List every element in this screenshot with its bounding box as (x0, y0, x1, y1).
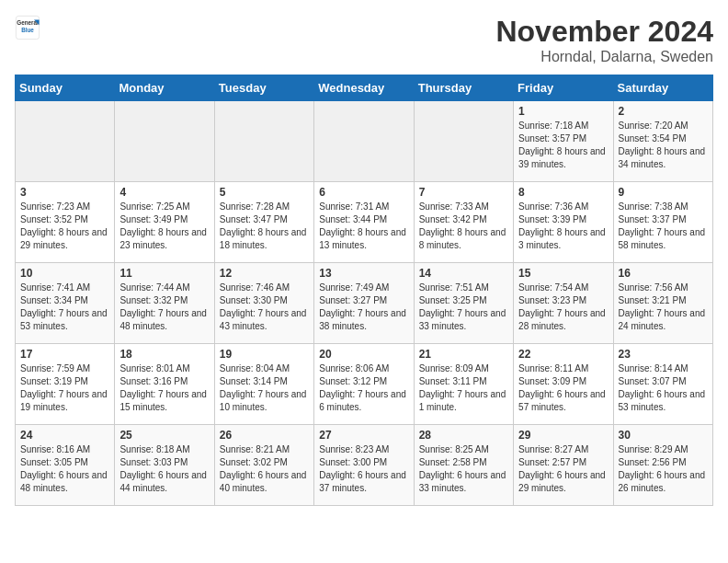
week-row-4: 17Sunrise: 7:59 AM Sunset: 3:19 PM Dayli… (16, 344, 713, 425)
calendar-cell: 2Sunrise: 7:20 AM Sunset: 3:54 PM Daylig… (613, 101, 712, 182)
logo: General Blue (15, 15, 40, 40)
day-number: 15 (518, 267, 608, 280)
day-number: 3 (20, 186, 109, 199)
calendar-cell: 21Sunrise: 8:09 AM Sunset: 3:11 PM Dayli… (414, 344, 513, 425)
week-row-1: 1Sunrise: 7:18 AM Sunset: 3:57 PM Daylig… (16, 101, 713, 182)
day-info: Sunrise: 7:18 AM Sunset: 3:57 PM Dayligh… (518, 120, 608, 171)
svg-text:Blue: Blue (21, 27, 34, 33)
day-info: Sunrise: 7:28 AM Sunset: 3:47 PM Dayligh… (220, 201, 309, 252)
day-info: Sunrise: 8:04 AM Sunset: 3:14 PM Dayligh… (220, 362, 309, 414)
calendar-cell: 11Sunrise: 7:44 AM Sunset: 3:32 PM Dayli… (115, 263, 214, 344)
day-info: Sunrise: 8:14 AM Sunset: 3:07 PM Dayligh… (619, 362, 708, 414)
day-number: 11 (119, 267, 209, 280)
calendar-cell: 17Sunrise: 7:59 AM Sunset: 3:19 PM Dayli… (16, 344, 115, 425)
calendar-cell: 27Sunrise: 8:23 AM Sunset: 3:00 PM Dayli… (314, 425, 414, 506)
day-info: Sunrise: 7:46 AM Sunset: 3:30 PM Dayligh… (220, 282, 309, 333)
calendar-cell: 8Sunrise: 7:36 AM Sunset: 3:39 PM Daylig… (514, 182, 613, 263)
day-number: 1 (518, 105, 608, 118)
day-number: 24 (20, 429, 109, 442)
calendar-cell: 7Sunrise: 7:33 AM Sunset: 3:42 PM Daylig… (414, 182, 513, 263)
day-info: Sunrise: 7:41 AM Sunset: 3:34 PM Dayligh… (20, 282, 109, 333)
calendar-cell: 25Sunrise: 8:18 AM Sunset: 3:03 PM Dayli… (115, 425, 214, 506)
day-number: 12 (220, 267, 309, 280)
day-number: 7 (419, 186, 508, 199)
day-number: 25 (119, 429, 209, 442)
calendar-cell: 24Sunrise: 8:16 AM Sunset: 3:05 PM Dayli… (16, 425, 115, 506)
weekday-header-thursday: Thursday (414, 75, 513, 101)
title-area: November 2024 Horndal, Dalarna, Sweden (495, 15, 713, 65)
calendar-cell: 20Sunrise: 8:06 AM Sunset: 3:12 PM Dayli… (314, 344, 414, 425)
day-info: Sunrise: 7:31 AM Sunset: 3:44 PM Dayligh… (319, 201, 408, 252)
day-number: 27 (319, 429, 408, 442)
day-number: 22 (518, 348, 608, 361)
calendar-cell: 18Sunrise: 8:01 AM Sunset: 3:16 PM Dayli… (115, 344, 214, 425)
weekday-header-wednesday: Wednesday (314, 75, 414, 101)
day-info: Sunrise: 8:18 AM Sunset: 3:03 PM Dayligh… (119, 443, 209, 495)
calendar-cell (414, 101, 513, 182)
day-number: 6 (319, 186, 408, 199)
calendar-cell: 30Sunrise: 8:29 AM Sunset: 2:56 PM Dayli… (613, 425, 712, 506)
day-info: Sunrise: 7:25 AM Sunset: 3:49 PM Dayligh… (119, 201, 209, 252)
weekday-header-tuesday: Tuesday (214, 75, 313, 101)
location-title: Horndal, Dalarna, Sweden (495, 49, 713, 65)
calendar-cell: 22Sunrise: 8:11 AM Sunset: 3:09 PM Dayli… (514, 344, 613, 425)
day-info: Sunrise: 8:06 AM Sunset: 3:12 PM Dayligh… (319, 362, 408, 414)
day-info: Sunrise: 8:27 AM Sunset: 2:57 PM Dayligh… (518, 443, 608, 495)
day-info: Sunrise: 8:11 AM Sunset: 3:09 PM Dayligh… (518, 362, 608, 414)
day-info: Sunrise: 8:16 AM Sunset: 3:05 PM Dayligh… (20, 443, 109, 495)
day-info: Sunrise: 8:09 AM Sunset: 3:11 PM Dayligh… (419, 362, 508, 414)
calendar-cell: 6Sunrise: 7:31 AM Sunset: 3:44 PM Daylig… (314, 182, 414, 263)
day-info: Sunrise: 7:23 AM Sunset: 3:52 PM Dayligh… (20, 201, 109, 252)
day-number: 13 (319, 267, 408, 280)
calendar-cell: 3Sunrise: 7:23 AM Sunset: 3:52 PM Daylig… (16, 182, 115, 263)
week-row-5: 24Sunrise: 8:16 AM Sunset: 3:05 PM Dayli… (16, 425, 713, 506)
weekday-header-friday: Friday (514, 75, 613, 101)
day-number: 17 (20, 348, 109, 361)
day-info: Sunrise: 8:25 AM Sunset: 2:58 PM Dayligh… (419, 443, 508, 495)
day-info: Sunrise: 8:21 AM Sunset: 3:02 PM Dayligh… (220, 443, 309, 495)
calendar-cell: 1Sunrise: 7:18 AM Sunset: 3:57 PM Daylig… (514, 101, 613, 182)
logo-icon: General Blue (15, 15, 40, 40)
calendar-cell: 12Sunrise: 7:46 AM Sunset: 3:30 PM Dayli… (214, 263, 313, 344)
day-number: 21 (419, 348, 508, 361)
day-info: Sunrise: 7:20 AM Sunset: 3:54 PM Dayligh… (619, 120, 708, 171)
day-number: 20 (319, 348, 408, 361)
calendar-table: SundayMondayTuesdayWednesdayThursdayFrid… (15, 75, 713, 506)
day-number: 30 (619, 429, 708, 442)
day-number: 28 (419, 429, 508, 442)
day-number: 26 (220, 429, 309, 442)
day-number: 16 (619, 267, 708, 280)
calendar-cell: 26Sunrise: 8:21 AM Sunset: 3:02 PM Dayli… (214, 425, 313, 506)
day-info: Sunrise: 7:51 AM Sunset: 3:25 PM Dayligh… (419, 282, 508, 333)
weekday-header-sunday: Sunday (16, 75, 115, 101)
calendar-cell (115, 101, 214, 182)
calendar-cell: 10Sunrise: 7:41 AM Sunset: 3:34 PM Dayli… (16, 263, 115, 344)
calendar-cell (314, 101, 414, 182)
day-info: Sunrise: 8:23 AM Sunset: 3:00 PM Dayligh… (319, 443, 408, 495)
weekday-header-saturday: Saturday (613, 75, 712, 101)
calendar-cell: 9Sunrise: 7:38 AM Sunset: 3:37 PM Daylig… (613, 182, 712, 263)
day-number: 2 (619, 105, 708, 118)
day-number: 5 (220, 186, 309, 199)
day-number: 14 (419, 267, 508, 280)
calendar-cell: 16Sunrise: 7:56 AM Sunset: 3:21 PM Dayli… (613, 263, 712, 344)
day-number: 9 (619, 186, 708, 199)
day-info: Sunrise: 7:33 AM Sunset: 3:42 PM Dayligh… (419, 201, 508, 252)
day-number: 18 (119, 348, 209, 361)
day-number: 23 (619, 348, 708, 361)
week-row-2: 3Sunrise: 7:23 AM Sunset: 3:52 PM Daylig… (16, 182, 713, 263)
day-number: 19 (220, 348, 309, 361)
day-info: Sunrise: 7:49 AM Sunset: 3:27 PM Dayligh… (319, 282, 408, 333)
calendar-cell (214, 101, 313, 182)
day-number: 8 (518, 186, 608, 199)
page-header: General Blue November 2024 Horndal, Dala… (15, 15, 713, 65)
calendar-cell: 5Sunrise: 7:28 AM Sunset: 3:47 PM Daylig… (214, 182, 313, 263)
calendar-cell: 15Sunrise: 7:54 AM Sunset: 3:23 PM Dayli… (514, 263, 613, 344)
day-info: Sunrise: 7:54 AM Sunset: 3:23 PM Dayligh… (518, 282, 608, 333)
calendar-cell: 28Sunrise: 8:25 AM Sunset: 2:58 PM Dayli… (414, 425, 513, 506)
day-info: Sunrise: 7:38 AM Sunset: 3:37 PM Dayligh… (619, 201, 708, 252)
month-title: November 2024 (495, 15, 713, 49)
weekday-header-row: SundayMondayTuesdayWednesdayThursdayFrid… (16, 75, 713, 101)
day-info: Sunrise: 8:29 AM Sunset: 2:56 PM Dayligh… (619, 443, 708, 495)
week-row-3: 10Sunrise: 7:41 AM Sunset: 3:34 PM Dayli… (16, 263, 713, 344)
